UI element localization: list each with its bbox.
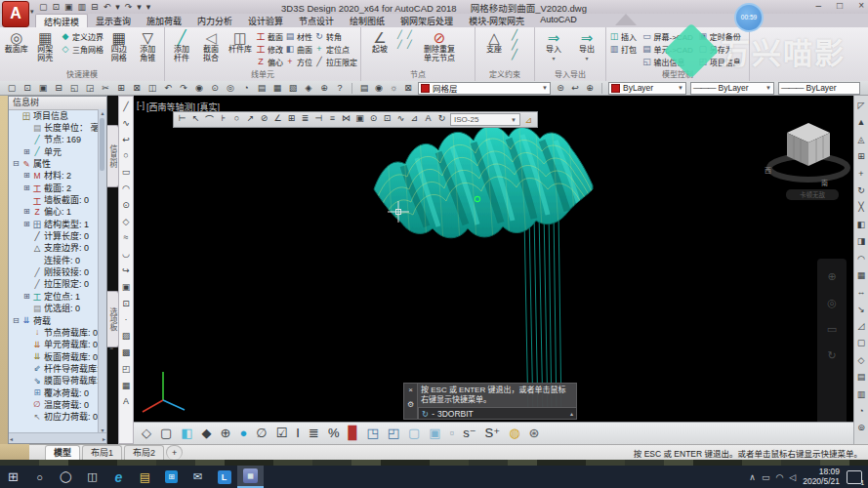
display-tool-icon[interactable]: ● [240, 424, 248, 443]
toolbar-icon[interactable]: ⊞ [115, 83, 127, 93]
dimension-tool-icon[interactable]: ⊡ [382, 113, 393, 126]
support-button[interactable]: △支座 [478, 29, 510, 55]
display-tool-icon[interactable]: ◧ [181, 424, 192, 443]
tension-limit-small-button[interactable]: ╱拉压限定 [314, 56, 357, 67]
toolbar-icon[interactable]: ▣ [37, 83, 49, 93]
modify-tool-icon[interactable]: ◨ [857, 233, 866, 250]
ribbon-tab[interactable]: 结构建模 [35, 14, 88, 27]
toolbar-icon[interactable]: ⊠ [131, 83, 143, 93]
toolbar-icon[interactable]: ✂ [100, 83, 111, 93]
tree-item[interactable]: ⊞ 田 结构类型: 1 [9, 218, 99, 229]
tray-icon[interactable]: ◁ [789, 472, 796, 482]
draw-tool-icon[interactable]: ▩ [122, 345, 131, 361]
viewport-menu-control[interactable]: [-] [137, 101, 145, 113]
eccentric-small-button[interactable]: Z偏心 [256, 56, 283, 67]
command-close-icon[interactable]: × [408, 386, 413, 394]
modify-tool-icon[interactable]: ⊚ [857, 420, 865, 436]
autocad-logo[interactable]: A [2, 1, 29, 27]
ribbon-tab[interactable]: 内力分析 [189, 14, 240, 27]
tree-item[interactable]: ⇙ 杆件导荷载库: 0 [9, 362, 99, 374]
save-as-button[interactable]: ▢另存为 [698, 43, 746, 55]
tree-expander-icon[interactable]: ⊞ [23, 171, 32, 180]
modify-tool-icon[interactable]: ◇ [858, 352, 865, 369]
dimension-tool-icon[interactable]: ↻ [436, 113, 447, 126]
toolbar-icon[interactable]: ◱ [68, 83, 80, 93]
taskbar-icon[interactable]: ▤ [132, 466, 158, 488]
ribbon-tab[interactable]: AutoCAD [532, 14, 585, 27]
dimension-tool-icon[interactable]: ⊙ [368, 113, 379, 126]
draw-tool-icon[interactable]: · [125, 311, 128, 328]
toolbar-icon[interactable]: ▤ [256, 83, 268, 93]
tree-expander-icon[interactable]: ⊟ [13, 316, 21, 325]
dimension-tool-icon[interactable]: ○ [231, 113, 242, 126]
navigation-icon[interactable]: ↻ [827, 349, 836, 362]
layout-tab[interactable]: 布局2 [124, 445, 164, 460]
tree-item[interactable]: ╱ 计算长度: 0 [9, 229, 99, 241]
display-tool-icon[interactable]: s⁻ [463, 424, 475, 443]
linetype-combo[interactable]: ——— ByLayer ▼ [690, 82, 774, 95]
modify-tool-icon[interactable]: ◸ [858, 98, 865, 114]
quad-mesh-button[interactable]: ▦四边 网格 [105, 29, 133, 62]
tree-item[interactable]: ⊞ Z 偏心: 1 [9, 206, 99, 218]
qat-icon[interactable]: ▾ [146, 2, 151, 12]
scrollbar-thumb[interactable] [100, 118, 104, 171]
dimension-tool-icon[interactable]: ⊞ [286, 113, 297, 126]
element-to-cad-button[interactable]: ▤单元->CAD [642, 43, 696, 55]
draw-tool-icon[interactable]: ◇ [123, 214, 130, 230]
draw-tool-icon[interactable]: ▦ [122, 378, 131, 394]
tree-item[interactable]: ▤ 优选组: 0 [9, 303, 99, 314]
dimension-tool-icon[interactable]: ⋈ [341, 113, 351, 126]
tree-item[interactable]: ↖ 初应力荷载: 0 [9, 411, 99, 423]
dimension-tool-icon[interactable]: ▣ [354, 113, 365, 126]
dimension-tool-icon[interactable]: A [423, 113, 434, 126]
display-tool-icon[interactable]: ◇ [142, 424, 151, 443]
mini-icon[interactable]: ╱ [397, 40, 406, 49]
display-tool-icon[interactable]: ⊛ [529, 424, 540, 443]
layer-state-icon[interactable]: ↩ [569, 83, 581, 93]
layer-tool-icon[interactable]: ▤ [358, 83, 370, 93]
tree-item[interactable]: ⊞ M 材料: 2 [9, 170, 99, 182]
grid-shell-button[interactable]: ▦网架 网壳 [32, 29, 60, 62]
layout-tab[interactable]: 模型 [45, 445, 80, 460]
layer-combo[interactable]: 网格层 ▼ [418, 82, 551, 95]
toolbar-icon[interactable]: ↷ [178, 83, 189, 93]
export-dropdown-icon[interactable]: ▾ [585, 55, 588, 61]
recording-timer-badge[interactable]: 00:59 [734, 3, 764, 32]
dimension-tool-icon[interactable]: ⊣ [313, 113, 324, 126]
display-tool-icon[interactable]: ◳ [366, 424, 378, 443]
define-boundary-button[interactable]: ◆定义边界 [61, 30, 103, 42]
qat-icon[interactable]: ↷ [125, 2, 133, 12]
toolbar-icon[interactable]: ◲ [84, 83, 96, 93]
maximize-button[interactable]: □ [837, 0, 843, 11]
tray-icon[interactable]: ∧ [749, 472, 756, 482]
tree-expander-icon[interactable]: ⊞ [23, 183, 32, 192]
layer-state-icon[interactable]: ⊕ [584, 83, 596, 93]
display-tool-icon[interactable]: ∅ [256, 424, 267, 443]
taskbar-icon[interactable]: ▦ [237, 466, 264, 488]
pack-small-button[interactable]: ▥打包 [609, 43, 641, 55]
color-combo[interactable]: ByLayer ▼ [608, 82, 686, 95]
qat-icon[interactable]: ↶ [103, 2, 111, 12]
add-member-button[interactable]: ╱添加 杆件 [168, 29, 195, 62]
minimize-button[interactable]: – [816, 0, 822, 11]
viewcube-west-label[interactable]: 西 [765, 167, 771, 175]
material-small-button[interactable]: ▤材性 [285, 30, 312, 42]
tree-item[interactable]: ╱ 节点: 169 [9, 134, 99, 145]
toolbar-icon[interactable]: ◈ [303, 83, 314, 93]
command-customize-icon[interactable]: ⚙ [407, 400, 414, 409]
display-tool-icon[interactable]: ▢ [160, 424, 172, 443]
scroll-up-icon[interactable]: ▴ [99, 109, 106, 116]
display-tool-icon[interactable]: ◍ [509, 424, 519, 443]
tree-item[interactable]: ⊟ ⇊ 荷载 [9, 314, 99, 326]
surface-small-button[interactable]: ◧曲面 [285, 43, 312, 55]
viewcube[interactable]: 西 南 [765, 123, 847, 186]
draw-tool-icon[interactable]: ╱ [123, 99, 128, 115]
palette-title[interactable]: 信息树 [9, 97, 106, 110]
display-tool-icon[interactable]: I [296, 424, 300, 443]
modify-tool-icon[interactable]: ↻ [857, 183, 865, 199]
tree-item[interactable]: ⊟ ✎ 属性 [9, 157, 99, 169]
tree-expander-icon[interactable]: ⊞ [23, 207, 32, 216]
modify-tool-icon[interactable]: + [858, 166, 863, 183]
display-tool-icon[interactable]: ▫ [450, 424, 455, 443]
tree-item[interactable]: ▤ 长度单位： 毫米 [9, 121, 99, 133]
